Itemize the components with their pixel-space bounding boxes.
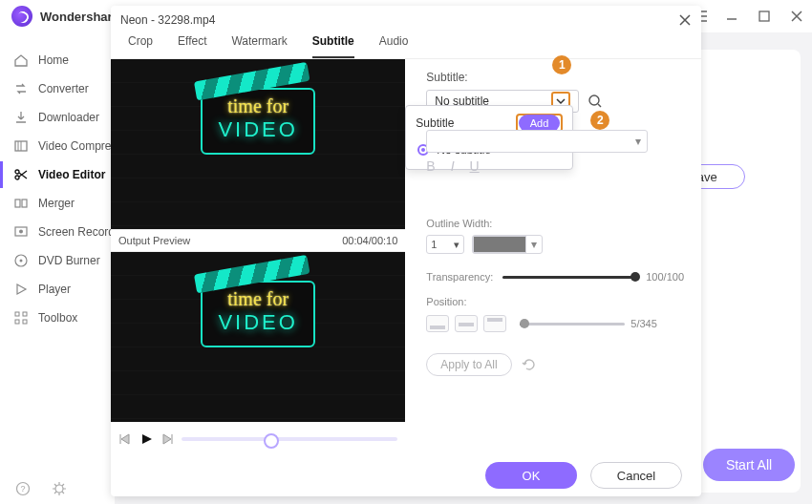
scissors-icon [13, 167, 29, 182]
app-logo-icon [11, 6, 32, 27]
tab-crop[interactable]: Crop [128, 34, 153, 58]
preview-time: 00:04/00:10 [342, 235, 397, 246]
svg-rect-4 [15, 200, 20, 207]
sidebar-item-label: Toolbox [38, 311, 77, 325]
svg-rect-11 [23, 312, 27, 316]
position-value: 5/345 [630, 318, 657, 329]
cancel-button[interactable]: Cancel [590, 462, 682, 489]
sidebar-item-video-editor[interactable]: Video Editor [0, 160, 115, 189]
sidebar-item-label: Home [38, 53, 69, 67]
outline-width-select[interactable]: 1▾ [426, 235, 464, 254]
converter-icon [13, 81, 29, 96]
output-preview-header: Output Preview 00:04/00:10 [111, 229, 405, 251]
editor-tabs: Crop Effect Watermark Subtitle Audio [111, 34, 701, 59]
dropdown-heading: Subtitle [416, 116, 454, 130]
play-icon [13, 282, 29, 297]
prev-frame-button[interactable] [118, 432, 132, 446]
sidebar-item-home[interactable]: Home [0, 46, 115, 74]
chevron-down-icon[interactable]: ▾ [526, 238, 542, 251]
chevron-down-icon: ▾ [635, 135, 641, 148]
bold-icon[interactable]: B [426, 158, 435, 174]
neon-text-2: VIDEO [203, 117, 313, 142]
disc-icon [13, 253, 29, 268]
compress-icon [13, 138, 29, 154]
minimize-button[interactable] [724, 9, 739, 24]
position-label: Position: [426, 296, 684, 307]
sidebar-item-toolbox[interactable]: Toolbox [0, 304, 115, 332]
svg-point-16 [55, 485, 63, 493]
tab-watermark[interactable]: Watermark [231, 34, 287, 58]
sidebar-item-label: Screen Recorde [38, 225, 115, 239]
toolbox-icon [13, 310, 29, 326]
close-button[interactable] [789, 9, 804, 24]
chevron-down-icon: ▾ [454, 239, 459, 251]
merger-icon [13, 196, 29, 211]
callout-2: 2 [590, 111, 609, 130]
tab-effect[interactable]: Effect [178, 34, 206, 58]
position-middle-icon[interactable] [455, 315, 478, 332]
outline-color-swatch[interactable] [473, 236, 526, 253]
svg-point-17 [589, 95, 599, 105]
settings-icon[interactable] [52, 481, 67, 496]
start-all-button[interactable]: Start All [703, 449, 795, 481]
clapboard-graphic: time for VIDEO [201, 73, 315, 155]
sidebar-item-label: Video Compress [38, 139, 115, 153]
sidebar-item-downloader[interactable]: Downloader [0, 103, 115, 132]
sidebar-item-player[interactable]: Player [0, 275, 115, 304]
transparency-value: 100/100 [646, 271, 684, 283]
ok-button[interactable]: OK [485, 462, 577, 489]
maximize-button[interactable] [757, 9, 772, 24]
svg-rect-10 [15, 312, 19, 316]
sidebar-item-label: Video Editor [38, 168, 105, 181]
sidebar-item-label: Player [38, 283, 71, 296]
svg-point-2 [15, 170, 19, 174]
sidebar-item-compressor[interactable]: Video Compress [0, 132, 115, 160]
output-preview-label: Output Preview [118, 235, 190, 246]
svg-point-7 [19, 230, 23, 234]
transport-controls [111, 427, 405, 452]
dialog-footer: OK Cancel [111, 462, 701, 489]
sidebar-item-label: DVD Burner [38, 254, 100, 267]
sidebar-item-screen-recorder[interactable]: Screen Recorde [0, 218, 115, 246]
transparency-slider[interactable] [502, 276, 636, 279]
source-preview: time for VIDEO [111, 59, 405, 229]
text-style-buttons: B I U [426, 158, 479, 174]
svg-text:?: ? [20, 484, 25, 494]
position-slider[interactable] [520, 323, 625, 326]
editor-dialog: Neon - 32298.mp4 Crop Effect Watermark S… [111, 6, 701, 496]
reset-icon[interactable] [522, 357, 537, 372]
svg-rect-12 [15, 320, 19, 324]
subtitle-properties: Subtitle: No subtitle 1 2 Subtitle Add [405, 59, 701, 452]
sidebar-item-label: Converter [38, 82, 89, 95]
outline-width-label: Outline Width: [426, 218, 684, 229]
sidebar-item-label: Downloader [38, 111, 99, 124]
help-icon[interactable]: ? [15, 481, 31, 496]
sidebar-item-converter[interactable]: Converter [0, 74, 115, 103]
next-frame-button[interactable] [160, 432, 174, 446]
home-icon [13, 52, 29, 68]
transparency-label: Transparency: [426, 271, 493, 283]
tab-subtitle[interactable]: Subtitle [312, 34, 354, 58]
sidebar-item-label: Merger [38, 197, 75, 210]
dialog-close-button[interactable] [678, 13, 692, 27]
svg-rect-13 [23, 320, 27, 324]
position-bottom-icon[interactable] [426, 315, 449, 332]
sidebar-item-dvd-burner[interactable]: DVD Burner [0, 246, 115, 275]
apply-to-all-button[interactable]: Apply to All [426, 353, 511, 376]
tab-audio[interactable]: Audio [379, 34, 409, 58]
italic-icon[interactable]: I [451, 158, 455, 174]
play-button[interactable] [139, 432, 153, 446]
sidebar-item-merger[interactable]: Merger [0, 189, 115, 218]
svg-point-3 [15, 176, 19, 179]
font-select[interactable]: ▾ [426, 130, 648, 153]
svg-rect-0 [759, 11, 769, 21]
underline-icon[interactable]: U [470, 158, 480, 174]
seek-slider[interactable] [182, 437, 397, 441]
search-subtitle-icon[interactable] [585, 91, 606, 112]
output-preview: time for VIDEO [111, 252, 405, 422]
position-top-icon[interactable] [483, 315, 506, 332]
dialog-title-bar: Neon - 32298.mp4 [111, 6, 701, 34]
record-icon [13, 224, 29, 240]
svg-point-9 [20, 260, 23, 262]
download-icon [13, 110, 29, 125]
